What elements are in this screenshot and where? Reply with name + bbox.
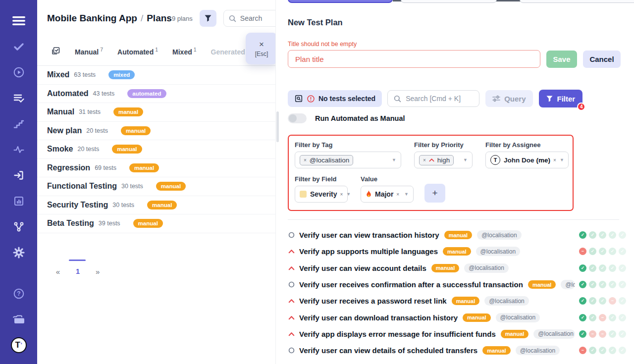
help-icon[interactable]: ? xyxy=(0,281,37,307)
status-pass-dot: ✓ xyxy=(609,347,616,354)
test-row[interactable]: Verify user receives a password reset li… xyxy=(288,293,626,309)
pagination-prev[interactable]: « xyxy=(55,267,61,276)
new-test-plan-panel: New Test Plan Title should not be empty … xyxy=(275,0,634,364)
play-circle-icon[interactable] xyxy=(0,59,37,85)
scrollbar-thumb[interactable] xyxy=(276,111,279,142)
plan-filter-tab[interactable]: Mixed1 xyxy=(172,47,197,56)
add-filter-button[interactable]: + xyxy=(424,184,445,203)
strip-tab-inactive-1[interactable] xyxy=(401,0,497,3)
remove-tag-icon[interactable]: × xyxy=(304,157,307,163)
bar-chart-icon[interactable] xyxy=(0,188,37,214)
save-button[interactable]: Save xyxy=(546,51,577,68)
plans-search-input[interactable] xyxy=(240,14,275,22)
plan-filter-tab[interactable]: Automated1 xyxy=(117,47,158,56)
test-title[interactable]: Verify user can view account details xyxy=(299,264,426,272)
sign-in-icon[interactable] xyxy=(0,162,37,188)
plan-title-input[interactable] xyxy=(288,50,540,68)
run-automated-toggle[interactable] xyxy=(288,113,307,123)
plan-list-item[interactable]: Manual 31 tests manual xyxy=(37,103,275,122)
chevron-down-icon[interactable]: ▼ xyxy=(388,157,396,162)
cancel-button[interactable]: Cancel xyxy=(583,51,621,68)
status-pass-dot: ✓ xyxy=(589,264,596,272)
remove-value-icon[interactable]: × xyxy=(396,192,399,197)
test-row[interactable]: Verify user can view account details man… xyxy=(288,260,626,276)
plan-filter-tab[interactable]: Generated xyxy=(211,47,247,56)
close-icon[interactable]: × xyxy=(259,40,264,49)
plans-filter-button[interactable] xyxy=(200,10,216,27)
plan-list-item[interactable]: Mixed 63 tests mixed xyxy=(37,66,275,85)
status-pass-dot: ✓ xyxy=(619,330,626,338)
git-branch-icon[interactable] xyxy=(0,214,37,240)
folder-icon[interactable] xyxy=(0,307,37,332)
test-title[interactable]: Verify user can download transaction his… xyxy=(299,313,458,322)
test-title[interactable]: Verify user receives a password reset li… xyxy=(299,297,447,305)
plan-list-item[interactable]: Beta Testing 39 tests manual xyxy=(37,214,275,233)
plan-list-item[interactable]: Security Testing 30 tests manual xyxy=(37,196,275,215)
test-status-dots: ✓✓✓✓✓ xyxy=(579,264,626,272)
status-pass-dot: ✓ xyxy=(599,231,606,239)
query-button[interactable]: Query xyxy=(485,90,532,107)
menu-icon[interactable] xyxy=(0,8,37,34)
steps-icon[interactable] xyxy=(0,111,37,137)
remove-priority-icon[interactable]: × xyxy=(423,157,426,163)
test-row[interactable]: Verify app supports multiple languages m… xyxy=(288,243,626,260)
tag-chip[interactable]: ×@localisation xyxy=(300,155,353,165)
breadcrumb-project[interactable]: Mobile Banking App xyxy=(47,13,137,23)
select-all-icon[interactable] xyxy=(51,46,60,56)
plan-list-item[interactable]: Regression 69 tests manual xyxy=(37,159,275,178)
settings-gear-icon[interactable] xyxy=(0,240,37,265)
test-title[interactable]: Verify app supports multiple languages xyxy=(299,247,438,256)
test-row[interactable]: Verify app displays error message for in… xyxy=(288,326,626,342)
test-row[interactable]: Verify user can view details of schedule… xyxy=(288,342,626,359)
chevron-down-icon[interactable]: ▼ xyxy=(343,192,351,197)
plans-header: Mobile Banking App/Plans 9 plans × [Esc] xyxy=(37,0,275,37)
filter-button[interactable]: Filter 4 xyxy=(539,90,583,107)
no-tests-selected-badge[interactable]: No tests selected xyxy=(288,90,382,107)
status-pass-dot: ✓ xyxy=(609,330,616,338)
strip-tab-inactive-2[interactable] xyxy=(520,0,634,3)
check-icon[interactable] xyxy=(0,34,37,59)
plan-list-item[interactable]: Automated 43 tests automated xyxy=(37,85,275,104)
priority-select[interactable]: ×high ▼ xyxy=(414,152,473,168)
plan-list-item[interactable]: Smoke 20 tests manual xyxy=(37,140,275,159)
tag-select[interactable]: ×@localisation ▼ xyxy=(295,152,401,168)
chevron-down-icon[interactable]: ▼ xyxy=(556,157,564,162)
plan-list-item[interactable]: Functional Testing 30 tests manual xyxy=(37,177,275,196)
tests-search-input[interactable] xyxy=(406,95,470,103)
test-row[interactable]: Verify user can view transaction history… xyxy=(288,227,626,243)
field-select[interactable]: Severity × ▼ xyxy=(295,186,348,203)
chevron-down-icon[interactable]: ▼ xyxy=(460,157,468,162)
testomat-logo[interactable]: T' xyxy=(0,332,37,358)
pagination-next[interactable]: » xyxy=(95,267,101,276)
priority-chip[interactable]: ×high xyxy=(419,155,454,165)
tests-search[interactable] xyxy=(387,90,479,107)
test-tag-chip: @localisation xyxy=(561,280,575,289)
plan-type-badge: manual xyxy=(156,182,186,191)
status-pass-dot: ✓ xyxy=(609,231,616,239)
test-row[interactable]: Verify user receives confirmation after … xyxy=(288,276,626,293)
value-select[interactable]: Major × ▼ xyxy=(361,186,414,203)
test-title[interactable]: Verify user can view transaction history xyxy=(299,231,439,239)
esc-close-card[interactable]: × [Esc] xyxy=(246,33,275,64)
svg-text:?: ? xyxy=(17,290,20,297)
test-title[interactable]: Verify app displays error message for in… xyxy=(299,330,496,338)
test-title[interactable]: Verify user can view details of schedule… xyxy=(299,346,477,355)
value-label: Value xyxy=(361,175,414,183)
chevron-down-icon[interactable]: ▼ xyxy=(401,192,409,197)
plan-list-item[interactable]: New plan 20 tests manual xyxy=(37,122,275,141)
no-tests-label: No tests selected xyxy=(318,95,375,103)
status-fail-dot: − xyxy=(599,314,606,321)
test-title[interactable]: Verify user receives confirmation after … xyxy=(299,280,523,289)
assignee-select[interactable]: T John Doe (me) × ▼ xyxy=(485,152,569,168)
breadcrumb-page: Plans xyxy=(147,13,172,23)
test-row[interactable]: Verify user can download transaction his… xyxy=(288,309,626,325)
pagination-page-1[interactable]: 1 xyxy=(76,267,80,275)
plans-search[interactable] xyxy=(223,10,275,27)
search-icon xyxy=(394,95,401,103)
plan-filter-tab[interactable]: Manual7 xyxy=(75,47,103,56)
status-pass-dot: ✓ xyxy=(589,297,596,305)
filter-by-assignee-group: Filter by Assignee T John Doe (me) × ▼ xyxy=(485,141,569,168)
list-check-icon[interactable] xyxy=(0,85,37,111)
activity-icon[interactable] xyxy=(0,137,37,162)
strip-tab-active[interactable] xyxy=(288,0,393,3)
